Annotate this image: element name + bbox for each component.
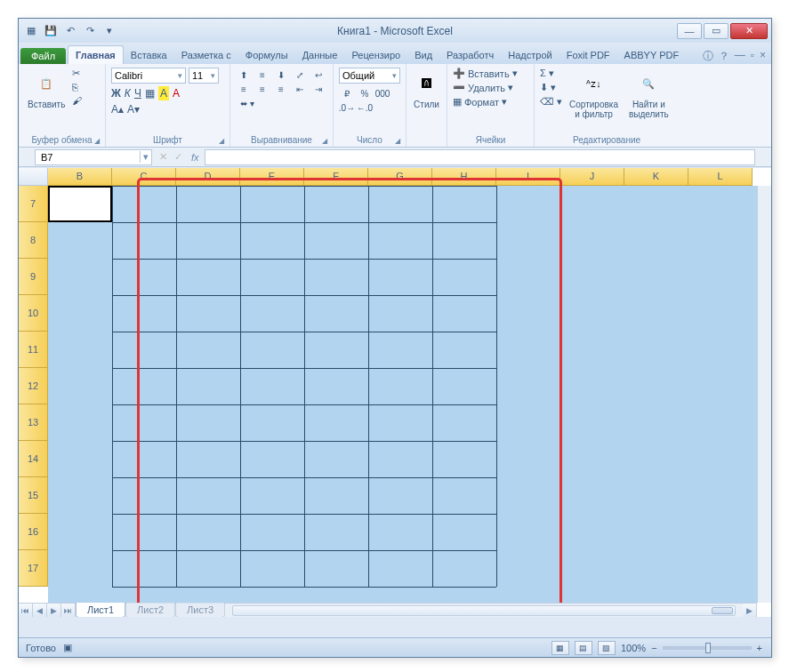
- comma-icon[interactable]: 000: [374, 86, 390, 100]
- win-min-icon[interactable]: —: [735, 49, 745, 64]
- select-all-corner[interactable]: [19, 168, 48, 186]
- sheet-nav-last-icon[interactable]: ⏭: [61, 604, 76, 617]
- tab-addins[interactable]: Надстрой: [501, 46, 559, 64]
- tab-review[interactable]: Рецензиро: [344, 46, 407, 64]
- zoom-thumb[interactable]: [705, 643, 711, 653]
- col-header[interactable]: K: [624, 168, 688, 186]
- zoom-out-icon[interactable]: −: [651, 643, 656, 653]
- paste-button[interactable]: 📋 Вставить: [24, 68, 68, 111]
- autosum-icon[interactable]: Σ ▾: [540, 68, 562, 79]
- zoom-slider[interactable]: [663, 646, 752, 650]
- col-header[interactable]: E: [240, 168, 304, 186]
- tab-view[interactable]: Вид: [407, 46, 439, 64]
- cut-icon[interactable]: ✂: [72, 68, 82, 79]
- row-header[interactable]: 7: [19, 186, 48, 222]
- border-button[interactable]: ▦: [145, 87, 155, 100]
- cancel-icon[interactable]: ✕: [156, 151, 171, 163]
- row-header[interactable]: 16: [19, 514, 48, 550]
- sheet-nav-first-icon[interactable]: ⏮: [19, 604, 33, 617]
- col-header[interactable]: H: [432, 168, 496, 186]
- name-box[interactable]: ▾: [35, 149, 152, 165]
- copy-icon[interactable]: ⎘: [72, 82, 82, 92]
- scroll-right-icon[interactable]: ▶: [743, 604, 757, 617]
- active-cell[interactable]: [48, 186, 112, 222]
- sheet-tab[interactable]: Лист2: [125, 603, 175, 617]
- file-tab[interactable]: Файл: [20, 48, 66, 64]
- col-header[interactable]: J: [560, 168, 624, 186]
- align-top-icon[interactable]: ⬆: [236, 68, 252, 82]
- orientation-icon[interactable]: ⤢: [292, 68, 308, 82]
- close-button[interactable]: ✕: [730, 23, 768, 39]
- scroll-thumb[interactable]: [712, 607, 733, 614]
- number-format-combo[interactable]: Общий▾: [339, 68, 400, 84]
- row-header[interactable]: 14: [19, 441, 48, 477]
- tab-insert[interactable]: Вставка: [124, 46, 174, 64]
- bold-button[interactable]: Ж: [111, 87, 121, 100]
- horizontal-scrollbar[interactable]: [232, 605, 736, 616]
- indent-inc-icon[interactable]: ⇥: [310, 82, 326, 96]
- fill-color-button[interactable]: A: [158, 86, 169, 100]
- worksheet-grid[interactable]: B C D E F G H I J K L 7 8 9 10 11 12 13 …: [19, 168, 771, 617]
- tab-formulas[interactable]: Формулы: [238, 46, 295, 64]
- col-header[interactable]: F: [304, 168, 368, 186]
- align-right-icon[interactable]: ≡: [273, 82, 289, 96]
- align-middle-icon[interactable]: ≡: [254, 68, 270, 82]
- tab-foxit[interactable]: Foxit PDF: [560, 46, 617, 64]
- font-color-button[interactable]: A: [173, 87, 180, 100]
- view-layout-icon[interactable]: ▤: [575, 641, 592, 655]
- view-pagebreak-icon[interactable]: ▧: [598, 641, 616, 655]
- view-normal-icon[interactable]: ▦: [551, 641, 569, 655]
- shrink-font-icon[interactable]: A▾: [127, 103, 140, 116]
- name-box-input[interactable]: [36, 152, 140, 163]
- row-header[interactable]: 9: [19, 259, 48, 295]
- sheet-tab[interactable]: Лист3: [175, 603, 225, 617]
- minimize-button[interactable]: —: [677, 23, 702, 39]
- col-header[interactable]: D: [176, 168, 240, 186]
- font-name-combo[interactable]: Calibri▾: [111, 68, 186, 84]
- save-icon[interactable]: 💾: [44, 24, 58, 38]
- zoom-value[interactable]: 100%: [621, 643, 646, 653]
- sheet-tab[interactable]: Лист1: [76, 603, 125, 617]
- tab-home[interactable]: Главная: [68, 45, 124, 64]
- sheet-nav-next-icon[interactable]: ▶: [47, 604, 61, 617]
- zoom-in-icon[interactable]: +: [757, 643, 762, 653]
- col-header[interactable]: C: [112, 168, 176, 186]
- merge-button[interactable]: ⬌ ▾: [236, 96, 259, 110]
- format-cells-button[interactable]: ▦ Формат ▾: [453, 96, 528, 108]
- inc-decimal-icon[interactable]: .0→: [339, 100, 355, 115]
- row-header[interactable]: 12: [19, 368, 48, 404]
- fx-icon[interactable]: fх: [186, 152, 205, 163]
- column-headers[interactable]: B C D E F G H I J K L: [48, 168, 757, 186]
- vertical-scrollbar[interactable]: [757, 186, 771, 603]
- row-header[interactable]: 8: [19, 222, 48, 259]
- wrap-text-icon[interactable]: ↩: [310, 68, 326, 82]
- formula-input[interactable]: [205, 149, 755, 165]
- row-header[interactable]: 15: [19, 477, 48, 514]
- col-header[interactable]: L: [688, 168, 753, 186]
- macro-rec-icon[interactable]: ▣: [63, 642, 72, 653]
- tab-abbyy[interactable]: ABBYY PDF: [617, 46, 687, 64]
- help-icon[interactable]: ？: [719, 49, 729, 64]
- win-close-icon[interactable]: ×: [760, 49, 766, 64]
- row-header[interactable]: 10: [19, 295, 48, 332]
- currency-icon[interactable]: ₽: [339, 86, 355, 100]
- undo-icon[interactable]: ↶: [63, 24, 77, 38]
- row-header[interactable]: 17: [19, 550, 48, 587]
- format-painter-icon[interactable]: 🖌: [72, 95, 82, 106]
- sort-filter-button[interactable]: ᴬᴢ↓ Сортировка и фильтр: [566, 68, 622, 121]
- font-size-combo[interactable]: 11▾: [189, 68, 219, 84]
- col-header[interactable]: B: [48, 168, 112, 186]
- align-launcher-icon[interactable]: ◢: [322, 137, 327, 145]
- clipboard-launcher-icon[interactable]: ◢: [94, 137, 100, 145]
- row-header[interactable]: 13: [19, 404, 48, 441]
- tab-layout[interactable]: Разметка с: [174, 46, 238, 64]
- row-header[interactable]: 11: [19, 332, 48, 368]
- win-restore-icon[interactable]: ▫: [751, 49, 754, 64]
- underline-button[interactable]: Ч: [134, 87, 141, 100]
- tab-data[interactable]: Данные: [295, 46, 345, 64]
- fill-icon[interactable]: ⬇ ▾: [540, 82, 562, 93]
- dec-decimal-icon[interactable]: ←.0: [357, 100, 373, 115]
- sheet-nav-prev-icon[interactable]: ◀: [33, 604, 47, 617]
- tab-developer[interactable]: Разработч: [439, 46, 501, 64]
- grow-font-icon[interactable]: A▴: [111, 103, 124, 116]
